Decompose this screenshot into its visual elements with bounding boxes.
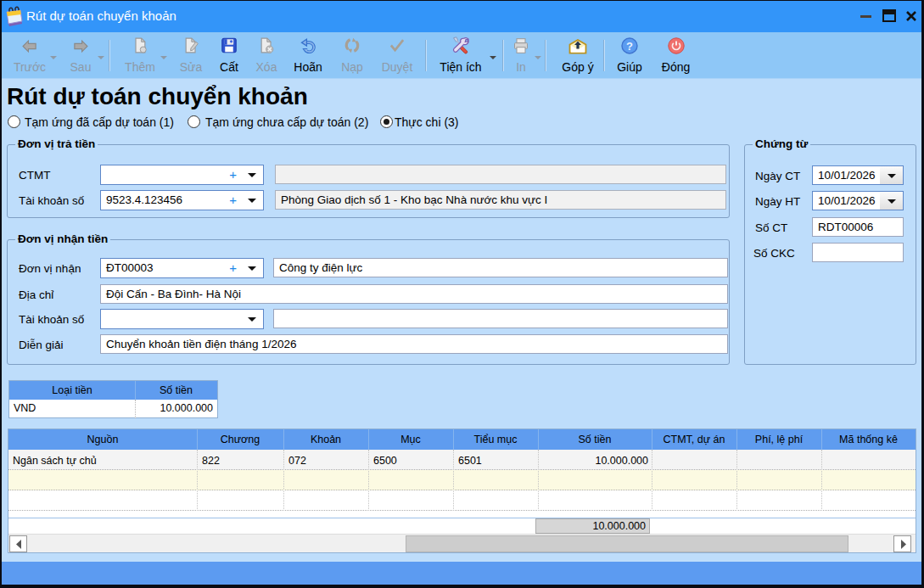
svg-text:?: ?: [626, 40, 633, 53]
